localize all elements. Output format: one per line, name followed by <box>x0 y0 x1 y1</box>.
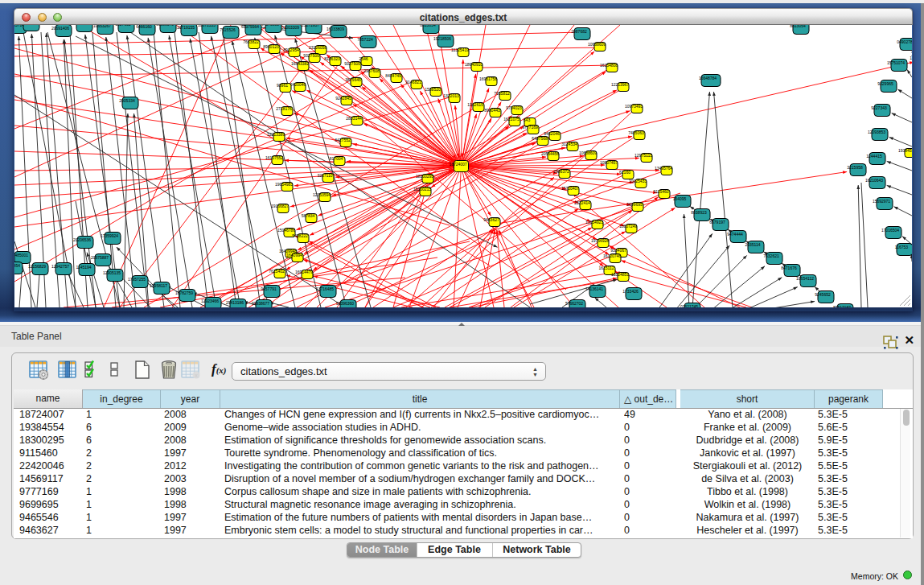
svg-text:16782759: 16782759 <box>175 290 193 295</box>
svg-text:2986372: 2986372 <box>553 169 569 174</box>
svg-text:2935114: 2935114 <box>745 242 760 247</box>
svg-text:11325419: 11325419 <box>451 47 469 52</box>
svg-text:66889373: 66889373 <box>156 25 174 27</box>
svg-text:2803144: 2803144 <box>346 116 362 121</box>
svg-text:20975887: 20975887 <box>91 255 109 260</box>
svg-text:9327505: 9327505 <box>303 53 319 58</box>
svg-text:65375564: 65375564 <box>241 25 259 29</box>
svg-text:13654923: 13654923 <box>585 220 603 225</box>
svg-text:62160: 62160 <box>619 170 630 175</box>
svg-text:587834: 587834 <box>302 213 315 218</box>
svg-text:9457791: 9457791 <box>261 286 277 291</box>
svg-text:2967608: 2967608 <box>363 68 380 73</box>
svg-text:19756928: 19756928 <box>591 238 609 243</box>
svg-text:19218506: 19218506 <box>433 36 451 41</box>
svg-text:12975115: 12975115 <box>634 153 652 158</box>
svg-text:9329965: 9329965 <box>877 81 893 86</box>
svg-text:2718176: 2718176 <box>276 106 292 111</box>
svg-text:1615112: 1615112 <box>598 266 614 270</box>
svg-text:643: 643 <box>524 117 531 122</box>
svg-text:9463627: 9463627 <box>483 217 499 222</box>
svg-text:7625402: 7625402 <box>269 269 285 274</box>
svg-text:12156829: 12156829 <box>28 264 46 269</box>
svg-text:9794023: 9794023 <box>506 105 522 110</box>
svg-text:8427552: 8427552 <box>335 138 351 142</box>
svg-text:10719155: 10719155 <box>177 25 195 30</box>
svg-text:23271937: 23271937 <box>302 25 319 27</box>
svg-text:18724007: 18724007 <box>449 162 466 167</box>
svg-text:16543382: 16543382 <box>291 61 309 66</box>
svg-text:8813054: 8813054 <box>420 25 436 27</box>
svg-text:18640910: 18640910 <box>465 62 483 67</box>
svg-text:12213389: 12213389 <box>267 132 285 137</box>
svg-text:1640994: 1640994 <box>286 253 302 257</box>
svg-text:18300295: 18300295 <box>416 174 433 179</box>
svg-text:12942757: 12942757 <box>51 264 69 269</box>
svg-text:3875645: 3875645 <box>345 77 361 82</box>
svg-text:2522414: 2522414 <box>574 200 590 205</box>
svg-text:0699695: 0699695 <box>626 202 643 207</box>
svg-text:9146821: 9146821 <box>405 80 421 84</box>
svg-text:1621075: 1621075 <box>503 117 519 122</box>
svg-text:10671355: 10671355 <box>198 25 216 27</box>
svg-text:8912954: 8912954 <box>283 47 299 52</box>
svg-text:6497568: 6497568 <box>532 136 548 141</box>
svg-text:1527602: 1527602 <box>115 25 131 27</box>
svg-text:7632621: 7632621 <box>763 253 779 258</box>
svg-text:12213967: 12213967 <box>611 82 629 87</box>
svg-text:19654983: 19654983 <box>275 182 293 187</box>
svg-text:14055714: 14055714 <box>14 25 24 27</box>
svg-text:16210643: 16210643 <box>865 178 883 183</box>
svg-text:15692971: 15692971 <box>873 199 890 204</box>
svg-text:43455812: 43455812 <box>72 25 90 26</box>
svg-text:64170805: 64170805 <box>261 25 279 27</box>
svg-text:14136141: 14136141 <box>585 286 603 291</box>
svg-text:16033809: 16033809 <box>326 27 344 31</box>
svg-text:3124534: 3124534 <box>561 142 577 146</box>
svg-text:12923466: 12923466 <box>201 299 219 303</box>
svg-text:13716485: 13716485 <box>316 286 334 291</box>
svg-text:9327505: 9327505 <box>344 61 360 66</box>
svg-text:13495764: 13495764 <box>655 166 672 171</box>
svg-text:8960123: 8960123 <box>263 44 279 49</box>
svg-text:1588520: 1588520 <box>425 87 441 92</box>
svg-text:8454749: 8454749 <box>385 73 401 78</box>
svg-text:98961: 98961 <box>277 83 288 88</box>
svg-text:2546: 2546 <box>359 56 368 61</box>
svg-text:2987682: 2987682 <box>571 29 587 34</box>
svg-text:3215958: 3215958 <box>847 165 863 170</box>
svg-text:16961758: 16961758 <box>479 76 497 81</box>
svg-text:817004: 817004 <box>330 156 343 161</box>
svg-text:12093853: 12093853 <box>868 130 885 134</box>
svg-text:8186323: 8186323 <box>324 56 340 61</box>
svg-text:57662702: 57662702 <box>565 301 583 306</box>
svg-text:1733426: 1733426 <box>622 289 639 294</box>
svg-text:17016504: 17016504 <box>881 228 899 233</box>
svg-text:1244415: 1244415 <box>866 154 882 159</box>
svg-text:7857224: 7857224 <box>357 37 373 42</box>
svg-text:10688609: 10688609 <box>579 150 597 155</box>
svg-text:13524851: 13524851 <box>611 272 629 277</box>
svg-text:29413186: 29413186 <box>226 300 244 305</box>
svg-text:9245652: 9245652 <box>815 292 831 297</box>
svg-text:20564456: 20564456 <box>541 151 559 156</box>
svg-text:3267110: 3267110 <box>317 173 332 178</box>
svg-text:10807457: 10807457 <box>600 160 618 165</box>
svg-text:2905334: 2905334 <box>119 98 135 103</box>
svg-text:99938677: 99938677 <box>252 301 269 306</box>
svg-text:53396360: 53396360 <box>336 301 354 306</box>
svg-text:12905135: 12905135 <box>103 270 121 275</box>
svg-text:9242845: 9242845 <box>335 96 351 101</box>
svg-text:7515526: 7515526 <box>220 27 236 32</box>
svg-text:9462046: 9462046 <box>544 131 560 136</box>
svg-text:9777169: 9777169 <box>522 125 538 130</box>
svg-text:8990443: 8990443 <box>484 108 500 113</box>
svg-text:9474444: 9474444 <box>727 232 743 237</box>
svg-text:6466160: 6466160 <box>136 25 152 29</box>
svg-text:15046786: 15046786 <box>277 228 295 233</box>
svg-text:31003309: 31003309 <box>281 25 299 30</box>
svg-text:1322013: 1322013 <box>910 56 912 60</box>
svg-text:20206536: 20206536 <box>73 237 91 242</box>
svg-text:9227343: 9227343 <box>871 105 887 110</box>
svg-text:8938923: 8938923 <box>691 210 707 215</box>
